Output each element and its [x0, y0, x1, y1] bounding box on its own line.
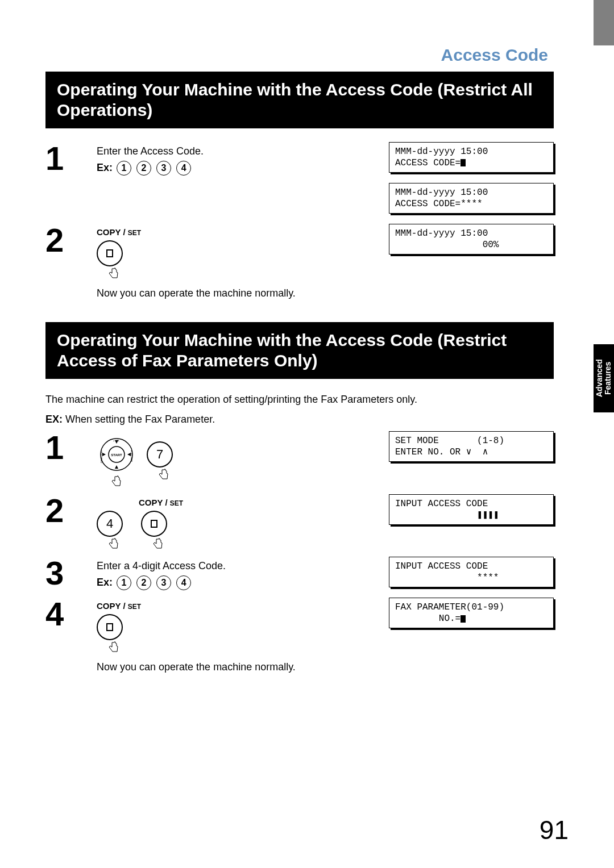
lcd-display: MMM-dd-yyyy 15:00 ACCESS CODE=****: [389, 183, 554, 214]
page-number: 91: [540, 815, 569, 845]
ex-label: Ex:: [97, 162, 113, 173]
svg-marker-6: [115, 465, 118, 469]
step-number: 2: [45, 224, 97, 257]
section2-heading: Operating Your Machine with the Access C…: [45, 322, 554, 379]
key-3: 3: [156, 161, 171, 176]
copy-set-key-icon: [97, 240, 123, 266]
key-4: 4: [176, 161, 191, 176]
copy-set-key-icon: [141, 511, 167, 537]
svg-marker-8: [102, 453, 106, 456]
press-hand-icon: [157, 469, 171, 482]
function-dial-icon: START ⬥ VOL DIRECTORY FUNCTION: [97, 435, 136, 474]
lcd-display: INPUT ACCESS CODE ❚❚❚❚: [389, 494, 554, 525]
lcd-display: SET MODE (1-8) ENTER NO. OR ∨ ∧: [389, 431, 554, 462]
step-number: 1: [45, 142, 97, 175]
lcd-display: MMM-dd-yyyy 15:00 00%: [389, 224, 554, 254]
step-number: 2: [45, 494, 97, 527]
s2-step1: 1 START ⬥ VOL DIRECTORY F: [45, 431, 389, 489]
key-2: 2: [136, 575, 151, 590]
copy-set-label: COPY / SET: [97, 601, 382, 611]
lcd-display: INPUT ACCESS CODE ****: [389, 557, 554, 587]
ex-label: Ex:: [97, 577, 113, 588]
section2-intro1: The machine can restrict the operation o…: [45, 393, 554, 407]
s2-step4-after: Now you can operate the machine normally…: [97, 661, 382, 673]
press-hand-icon: [107, 538, 121, 551]
step-number: 3: [45, 557, 97, 590]
svg-text:START: START: [111, 453, 122, 457]
copy-set-label: COPY / SET: [139, 498, 382, 507]
section2-intro2: EX: When setting the Fax Parameter.: [45, 412, 554, 427]
key-4: 4: [176, 575, 191, 590]
side-tab-label: Advanced Features: [594, 344, 614, 412]
s2-step2: 2 COPY / SET 4: [45, 494, 389, 551]
key-7: 7: [147, 441, 173, 468]
lcd-display: MMM-dd-yyyy 15:00 ACCESS CODE=: [389, 142, 554, 173]
copy-set-key-icon: [97, 614, 123, 640]
s2-step3: 3 Enter a 4-digit Access Code. Ex: 1 2 3…: [45, 557, 389, 590]
step-number: 1: [45, 431, 97, 464]
step-number: 4: [45, 598, 97, 631]
key-1: 1: [117, 161, 131, 176]
key-2: 2: [136, 161, 151, 176]
s1-step2: 2 COPY / SET Now you can operate the: [45, 224, 389, 299]
s1-step2-after: Now you can operate the machine normally…: [97, 287, 382, 299]
lcd-display: FAX PARAMETER(01-99) NO.=: [389, 598, 554, 628]
s1-step1-text: Enter the Access Code.: [97, 145, 382, 157]
press-hand-icon: [107, 268, 121, 281]
side-tab-text: Advanced Features: [595, 344, 613, 412]
copy-set-label: COPY / SET: [97, 227, 382, 237]
key-4: 4: [97, 511, 123, 537]
press-hand-icon: [151, 538, 165, 551]
chapter-title: Access Code: [45, 45, 554, 65]
s2-step3-text: Enter a 4-digit Access Code.: [97, 560, 382, 572]
press-hand-icon: [107, 641, 121, 654]
svg-marker-9: [115, 440, 118, 444]
svg-marker-7: [127, 453, 131, 456]
s1-step1: 1 Enter the Access Code. Ex: 1 2 3 4: [45, 142, 389, 176]
side-tab: Advanced Features: [594, 0, 614, 868]
side-tab-gray: [594, 0, 614, 45]
s2-step4: 4 COPY / SET Now you can operate the: [45, 598, 389, 673]
press-hand-icon: [110, 475, 123, 489]
section1-heading: Operating Your Machine with the Access C…: [45, 72, 554, 128]
key-3: 3: [156, 575, 171, 590]
svg-text:FUNCTION: FUNCTION: [130, 450, 133, 462]
key-1: 1: [117, 575, 131, 590]
